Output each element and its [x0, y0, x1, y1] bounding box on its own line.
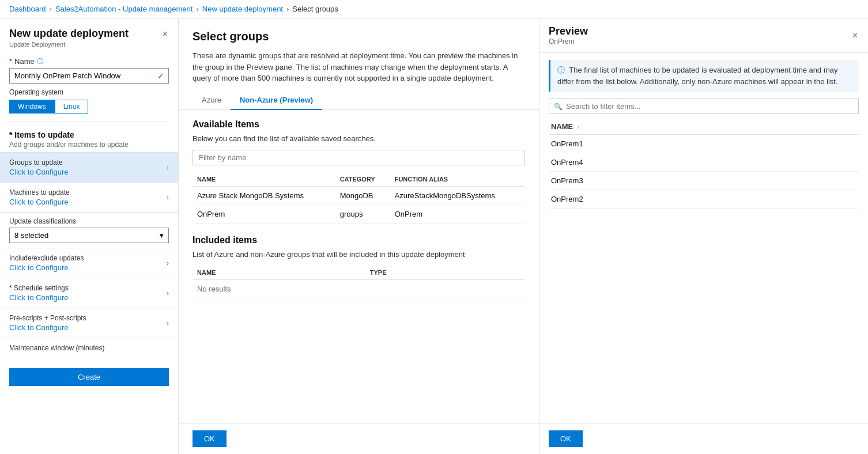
schedule-chevron-icon: ›	[167, 289, 169, 297]
machines-chevron-icon: ›	[167, 194, 169, 202]
included-desc: List of Azure and non-Azure groups that …	[193, 250, 525, 259]
tab-non-azure[interactable]: Non-Azure (Preview)	[231, 91, 322, 110]
no-results-row: No results	[193, 279, 525, 298]
schedule-label: * Schedule settings	[9, 284, 167, 292]
preview-subtitle: OnPrem	[549, 37, 588, 46]
inc-col-type: TYPE	[365, 266, 525, 280]
main-info-text: These are dynamic groups that are resolv…	[179, 50, 539, 91]
schedule-item[interactable]: * Schedule settings Click to Configure ›	[0, 278, 178, 308]
breadcrumb-current: Select groups	[292, 5, 338, 13]
groups-update-label: Groups to update	[9, 158, 167, 167]
breadcrumb-sep-1: ›	[50, 5, 52, 13]
preview-row: OnPrem2	[549, 190, 859, 209]
include-exclude-label: Include/exclude updates	[9, 254, 167, 262]
items-subtitle: Add groups and/or machines to update	[9, 141, 169, 149]
row2-category: groups	[335, 205, 390, 223]
os-linux-button[interactable]: Linux	[55, 100, 89, 114]
scripts-value: Click to Configure	[9, 323, 167, 332]
table-row[interactable]: Azure Stack MongoDB Systems MongoDB Azur…	[193, 186, 525, 205]
include-exclude-value: Click to Configure	[9, 263, 167, 272]
preview-panel: Preview OnPrem × ⓘ The final list of mac…	[539, 18, 868, 454]
preview-search-input[interactable]	[566, 102, 854, 111]
row2-alias: OnPrem	[390, 205, 525, 223]
panel-title: New update deployment	[9, 28, 129, 40]
search-icon: 🔍	[554, 103, 563, 111]
schedule-value: Click to Configure	[9, 293, 167, 302]
include-exclude-chevron-icon: ›	[167, 259, 169, 267]
no-results-text: No results	[193, 279, 525, 298]
groups-update-value: Click to Configure	[9, 168, 167, 176]
os-windows-button[interactable]: Windows	[9, 100, 55, 114]
col-alias: FUNCTION ALIAS	[390, 172, 525, 187]
name-input[interactable]	[9, 68, 169, 84]
row1-category: MongoDB	[335, 186, 390, 205]
name-label: Name	[14, 57, 35, 66]
included-title: Included items	[193, 235, 525, 245]
classifications-dropdown[interactable]: 8 selected ▾	[9, 228, 169, 243]
available-table: NAME CATEGORY FUNCTION ALIAS Azure Stack…	[193, 172, 525, 224]
preview-title: Preview	[549, 25, 588, 37]
preview-onprem4: OnPrem4	[549, 153, 859, 172]
classifications-label: Update classifications	[9, 217, 169, 225]
maintenance-label: Maintenance window (minutes)	[9, 344, 169, 352]
preview-col-name: NAME ↑	[549, 119, 859, 135]
preview-onprem3: OnPrem3	[549, 172, 859, 190]
items-title: * Items to update	[9, 130, 169, 139]
row1-name: Azure Stack MongoDB Systems	[193, 186, 335, 205]
preview-onprem2: OnPrem2	[549, 190, 859, 209]
preview-row: OnPrem4	[549, 153, 859, 172]
available-section-title: Available Items	[193, 119, 525, 130]
panel-subtitle: Update Deployment	[9, 41, 129, 48]
machines-update-item[interactable]: Machines to update Click to Configure ›	[0, 182, 178, 212]
breadcrumb-sales2auto[interactable]: Sales2Automation - Update management	[55, 5, 193, 13]
row1-alias: AzureStackMongoDBSystems	[390, 186, 525, 205]
name-info-icon: ⓘ	[37, 57, 43, 66]
scripts-label: Pre-scripts + Post-scripts	[9, 314, 167, 322]
classifications-value: 8 selected	[14, 231, 48, 240]
preview-info-text: ⓘ The final list of machines to be updat…	[549, 60, 859, 92]
breadcrumb: Dashboard › Sales2Automation - Update ma…	[0, 0, 868, 18]
tab-azure[interactable]: Azure	[193, 91, 231, 110]
preview-close-button[interactable]: ×	[851, 29, 859, 42]
machines-update-value: Click to Configure	[9, 198, 167, 206]
input-check-icon: ✓	[157, 71, 164, 81]
table-row[interactable]: OnPrem groups OnPrem	[193, 205, 525, 223]
groups-update-item[interactable]: Groups to update Click to Configure ›	[0, 152, 178, 182]
included-section: Included items List of Azure and non-Azu…	[193, 235, 525, 298]
sort-icon: ↑	[577, 124, 580, 130]
inc-col-name: NAME	[193, 266, 365, 280]
main-ok-button[interactable]: OK	[193, 430, 227, 447]
tabs-container: Azure Non-Azure (Preview)	[179, 91, 539, 110]
main-panel-title: Select groups	[193, 30, 525, 43]
breadcrumb-sep-3: ›	[286, 5, 289, 13]
breadcrumb-dashboard[interactable]: Dashboard	[9, 5, 46, 13]
dropdown-chevron-icon: ▾	[160, 231, 164, 240]
available-section-desc: Below you can find the list of available…	[193, 134, 525, 143]
row2-name: OnPrem	[193, 205, 335, 223]
preview-onprem1: OnPrem1	[549, 135, 859, 153]
include-exclude-item[interactable]: Include/exclude updates Click to Configu…	[0, 248, 178, 278]
machines-update-label: Machines to update	[9, 188, 167, 196]
breadcrumb-new-deployment[interactable]: New update deployment	[202, 5, 283, 13]
groups-chevron-icon: ›	[167, 164, 169, 172]
preview-info-icon: ⓘ	[557, 66, 565, 74]
scripts-chevron-icon: ›	[167, 319, 169, 327]
preview-row: OnPrem3	[549, 172, 859, 190]
col-category: CATEGORY	[335, 172, 390, 187]
left-panel: New update deployment Update Deployment …	[0, 18, 179, 454]
os-label: Operating system	[9, 88, 169, 96]
included-table: NAME TYPE No results	[193, 266, 525, 298]
preview-ok-button[interactable]: OK	[549, 430, 583, 447]
preview-search-bar[interactable]: 🔍	[549, 99, 859, 114]
preview-row: OnPrem1	[549, 135, 859, 153]
close-button[interactable]: ×	[161, 28, 169, 40]
name-required-star: *	[9, 57, 12, 66]
filter-input[interactable]	[193, 150, 525, 165]
create-button[interactable]: Create	[9, 368, 169, 386]
preview-table: NAME ↑ OnPrem1 OnPrem4 OnPrem3	[539, 119, 868, 423]
col-name: NAME	[193, 172, 335, 187]
maintenance-item: Maintenance window (minutes)	[0, 338, 178, 359]
breadcrumb-sep-2: ›	[196, 5, 198, 13]
scripts-item[interactable]: Pre-scripts + Post-scripts Click to Conf…	[0, 308, 178, 338]
main-panel: Select groups These are dynamic groups t…	[179, 18, 539, 454]
